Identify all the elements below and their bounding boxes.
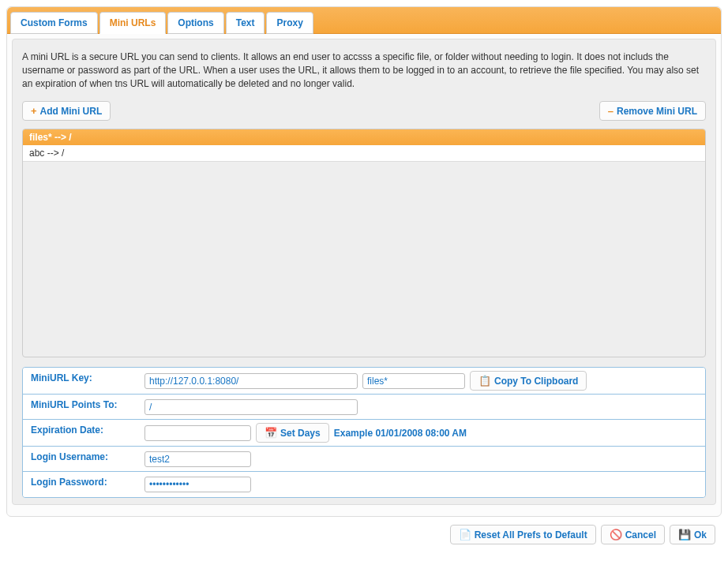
row-points-to: MiniURL Points To: — [23, 395, 705, 420]
copy-label: Copy To Clipboard — [494, 376, 578, 387]
tab-options[interactable]: Options — [167, 12, 223, 34]
ok-button[interactable]: 💾 Ok — [670, 525, 715, 544]
password-input[interactable] — [144, 477, 251, 492]
tab-strip: Custom Forms Mini URLs Options Text Prox… — [7, 7, 721, 34]
bottom-bar: 📄 Reset All Prefs to Default 🚫 Cancel 💾 … — [6, 517, 722, 544]
tab-mini-urls[interactable]: Mini URLs — [99, 12, 167, 34]
row-username: Login Username: — [23, 447, 705, 472]
mini-url-list: files* --> / abc --> / — [22, 129, 706, 357]
points-to-input[interactable] — [144, 399, 358, 415]
miniurl-key-input[interactable] — [362, 373, 465, 389]
row-miniurl-key: MiniURL Key: 📋 Copy To Clipboard — [23, 368, 705, 395]
plus-icon: + — [31, 105, 37, 117]
ok-icon: 💾 — [678, 529, 691, 540]
reset-icon: 📄 — [459, 529, 471, 540]
set-days-button[interactable]: 📅 Set Days — [256, 423, 329, 443]
minus-icon: – — [608, 105, 614, 117]
copy-clipboard-button[interactable]: 📋 Copy To Clipboard — [470, 371, 587, 391]
expiration-example: Example 01/01/2008 08:00 AM — [334, 428, 467, 439]
remove-mini-url-button[interactable]: – Remove Mini URL — [599, 101, 706, 121]
add-label: Add Mini URL — [40, 106, 103, 117]
toolbar: + Add Mini URL – Remove Mini URL — [22, 101, 706, 121]
username-input[interactable] — [144, 451, 251, 467]
tab-proxy[interactable]: Proxy — [266, 12, 313, 34]
tab-custom-forms[interactable]: Custom Forms — [10, 12, 98, 34]
miniurl-base-input[interactable] — [144, 373, 358, 389]
row-password: Login Password: — [23, 472, 705, 497]
reset-label: Reset All Prefs to Default — [475, 529, 587, 540]
add-mini-url-button[interactable]: + Add Mini URL — [22, 101, 111, 121]
label-expiration: Expiration Date: — [23, 420, 140, 440]
calendar-icon: 📅 — [265, 427, 277, 439]
content-area: A mini URL is a secure URL you can send … — [12, 39, 716, 505]
list-item[interactable]: abc --> / — [23, 145, 705, 162]
reset-prefs-button[interactable]: 📄 Reset All Prefs to Default — [450, 525, 596, 544]
main-panel: Custom Forms Mini URLs Options Text Prox… — [6, 6, 722, 517]
ok-label: Ok — [694, 529, 707, 540]
tab-text[interactable]: Text — [226, 12, 265, 34]
description-text: A mini URL is a secure URL you can send … — [22, 50, 706, 90]
clipboard-icon: 📋 — [478, 375, 491, 387]
row-expiration: Expiration Date: 📅 Set Days Example 01/0… — [23, 420, 705, 447]
label-password: Login Password: — [23, 472, 140, 492]
remove-label: Remove Mini URL — [617, 106, 697, 117]
form-table: MiniURL Key: 📋 Copy To Clipboard MiniURL… — [22, 367, 706, 498]
label-username: Login Username: — [23, 447, 140, 467]
label-points-to: MiniURL Points To: — [23, 395, 140, 415]
label-miniurl-key: MiniURL Key: — [23, 368, 140, 388]
cancel-label: Cancel — [625, 529, 656, 540]
set-days-label: Set Days — [280, 428, 321, 439]
expiration-input[interactable] — [144, 425, 251, 441]
cancel-icon: 🚫 — [610, 529, 622, 540]
cancel-button[interactable]: 🚫 Cancel — [601, 525, 665, 544]
list-selected-header[interactable]: files* --> / — [23, 129, 705, 145]
